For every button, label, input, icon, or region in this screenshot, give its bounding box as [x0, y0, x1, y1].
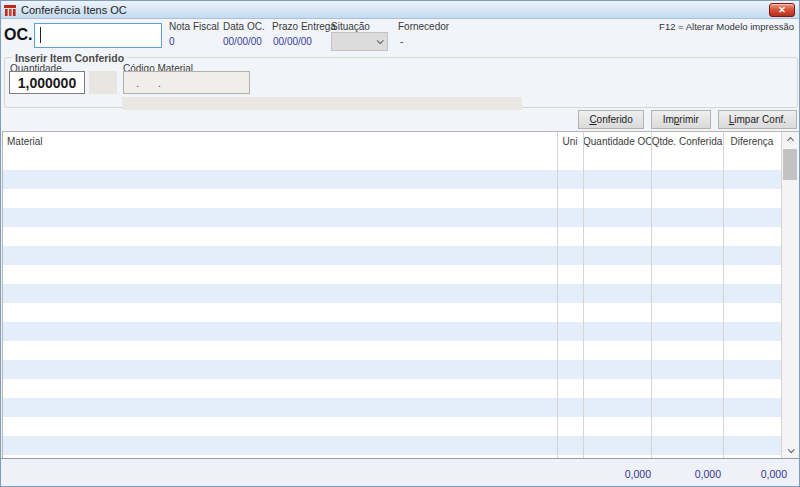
col-header-qtde-conferida: Qtde. Conferida: [651, 136, 723, 147]
app-window: Conferência Itens OC ✕ OC. Nota Fiscal 0…: [0, 0, 800, 487]
close-icon: ✕: [778, 6, 786, 15]
chevron-up-icon: [786, 136, 793, 143]
imprimir-button[interactable]: Imprimir: [651, 110, 711, 129]
col-header-material: Material: [7, 136, 43, 147]
column-divider: [583, 132, 584, 458]
nota-fiscal-value: 0: [169, 36, 175, 47]
button-row: Conferido Imprimir Limpar Conf.: [578, 110, 797, 129]
chevron-down-icon: [787, 446, 794, 453]
scroll-down-button[interactable]: [782, 442, 798, 458]
material-description-strip: [122, 97, 522, 110]
total-diferenca: 0,000: [717, 468, 787, 480]
scrollbar-thumb[interactable]: [783, 149, 797, 180]
nota-fiscal-label: Nota Fiscal: [169, 21, 219, 32]
data-oc-label: Data OC.: [223, 21, 265, 32]
data-oc-value: 00/00/00: [223, 36, 262, 47]
oc-input[interactable]: [34, 23, 162, 48]
total-quantidade-oc: 0,000: [581, 468, 651, 480]
col-header-diferenca: Diferença: [723, 136, 781, 147]
inserir-item-groupbox: Inserir Item Conferido Quantidade Código…: [4, 57, 798, 108]
window-title: Conferência Itens OC: [21, 4, 127, 16]
col-header-quantidade-oc: Quantidade OC: [583, 136, 651, 147]
col-header-uni: Uni: [557, 136, 583, 147]
codigo-material-input[interactable]: [123, 71, 250, 94]
f12-hint: F12 = Alterar Modelo impressão: [659, 21, 794, 32]
situacao-dropdown: [331, 32, 388, 51]
unit-display-box: [89, 71, 117, 94]
prazo-entrega-label: Prazo Entrega: [272, 21, 336, 32]
fornecedor-label: Fornecedor: [398, 21, 449, 32]
grid-body[interactable]: [3, 170, 782, 458]
close-button[interactable]: ✕: [769, 3, 795, 17]
column-divider: [557, 132, 558, 458]
grid-header: Material Uni Quantidade OC Qtde. Conferi…: [3, 132, 782, 170]
column-divider: [723, 132, 724, 458]
prazo-entrega-value: 00/00/00: [273, 36, 312, 47]
title-bar: Conferência Itens OC ✕: [1, 1, 799, 19]
total-qtde-conferida: 0,000: [651, 468, 721, 480]
text-caret: [40, 27, 41, 43]
app-icon: [4, 3, 17, 16]
scroll-up-button[interactable]: [782, 132, 798, 148]
footer-bar: 0,000 0,000 0,000: [1, 459, 800, 487]
chevron-down-icon: [377, 37, 384, 44]
conferido-button[interactable]: Conferido: [578, 110, 643, 129]
limpar-conf-button[interactable]: Limpar Conf.: [718, 110, 797, 129]
column-divider: [651, 132, 652, 458]
oc-label: OC.: [4, 26, 32, 44]
situacao-label: Situação: [331, 21, 370, 32]
quantidade-input[interactable]: [9, 71, 85, 94]
vertical-scrollbar[interactable]: [782, 132, 798, 458]
fornecedor-value: -: [400, 36, 403, 47]
